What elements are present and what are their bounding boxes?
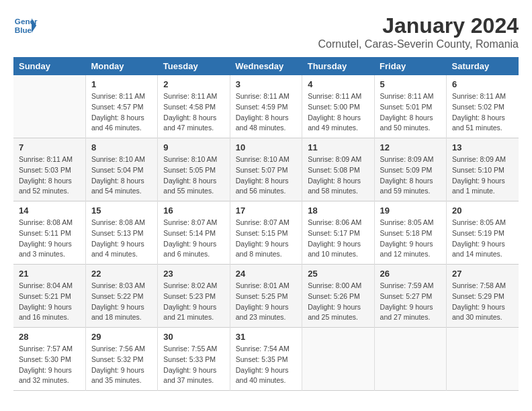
calendar-cell: 17Sunrise: 8:07 AM Sunset: 5:15 PM Dayli…	[230, 201, 302, 265]
day-info: Sunrise: 8:11 AM Sunset: 4:57 PM Dayligh…	[91, 91, 152, 134]
day-header-sunday: Sunday	[13, 57, 85, 75]
calendar-cell: 21Sunrise: 8:04 AM Sunset: 5:21 PM Dayli…	[13, 265, 85, 328]
logo: General Blue	[13, 13, 38, 38]
month-title: January 2024	[318, 13, 519, 38]
day-info: Sunrise: 8:04 AM Sunset: 5:21 PM Dayligh…	[19, 281, 80, 323]
day-number: 22	[91, 269, 152, 279]
calendar-cell	[13, 75, 85, 138]
day-info: Sunrise: 8:09 AM Sunset: 5:09 PM Dayligh…	[380, 154, 441, 197]
day-info: Sunrise: 8:06 AM Sunset: 5:17 PM Dayligh…	[308, 218, 368, 260]
calendar-cell: 19Sunrise: 8:05 AM Sunset: 5:18 PM Dayli…	[374, 201, 446, 265]
day-number: 3	[236, 79, 296, 89]
calendar-table: SundayMondayTuesdayWednesdayThursdayFrid…	[13, 57, 519, 391]
day-number: 2	[163, 79, 224, 89]
calendar-cell: 13Sunrise: 8:09 AM Sunset: 5:10 PM Dayli…	[447, 138, 519, 201]
calendar-cell: 2Sunrise: 8:11 AM Sunset: 4:58 PM Daylig…	[158, 75, 230, 138]
calendar-cell: 20Sunrise: 8:05 AM Sunset: 5:19 PM Dayli…	[447, 201, 519, 265]
day-number: 11	[308, 142, 368, 152]
calendar-cell: 6Sunrise: 8:11 AM Sunset: 5:02 PM Daylig…	[447, 75, 519, 138]
page-header: General Blue January 2024 Cornutel, Cara…	[13, 13, 519, 50]
day-number: 4	[308, 79, 368, 89]
day-header-wednesday: Wednesday	[230, 57, 302, 75]
day-number: 18	[308, 205, 368, 216]
day-info: Sunrise: 8:01 AM Sunset: 5:25 PM Dayligh…	[236, 281, 296, 323]
day-info: Sunrise: 7:55 AM Sunset: 5:33 PM Dayligh…	[163, 344, 224, 386]
day-number: 17	[236, 205, 296, 216]
location-subtitle: Cornutel, Caras-Severin County, Romania	[318, 38, 519, 50]
calendar-cell: 26Sunrise: 7:59 AM Sunset: 5:27 PM Dayli…	[374, 265, 446, 328]
calendar-cell: 22Sunrise: 8:03 AM Sunset: 5:22 PM Dayli…	[85, 265, 157, 328]
calendar-cell	[447, 328, 519, 391]
day-header-saturday: Saturday	[447, 57, 519, 75]
day-number: 8	[91, 142, 152, 152]
calendar-cell: 9Sunrise: 8:10 AM Sunset: 5:05 PM Daylig…	[158, 138, 230, 201]
calendar-cell: 24Sunrise: 8:01 AM Sunset: 5:25 PM Dayli…	[230, 265, 302, 328]
day-info: Sunrise: 8:05 AM Sunset: 5:18 PM Dayligh…	[380, 218, 441, 260]
logo-icon: General Blue	[13, 13, 38, 38]
calendar-cell: 16Sunrise: 8:07 AM Sunset: 5:14 PM Dayli…	[158, 201, 230, 265]
day-info: Sunrise: 7:58 AM Sunset: 5:29 PM Dayligh…	[452, 281, 513, 323]
day-number: 31	[236, 332, 296, 342]
day-info: Sunrise: 8:11 AM Sunset: 5:00 PM Dayligh…	[308, 91, 368, 134]
day-number: 25	[308, 269, 368, 279]
calendar-cell: 1Sunrise: 8:11 AM Sunset: 4:57 PM Daylig…	[85, 75, 157, 138]
day-number: 20	[452, 205, 513, 216]
day-number: 21	[19, 269, 80, 279]
day-info: Sunrise: 8:11 AM Sunset: 4:59 PM Dayligh…	[236, 91, 296, 134]
day-info: Sunrise: 8:02 AM Sunset: 5:23 PM Dayligh…	[163, 281, 224, 323]
calendar-cell: 3Sunrise: 8:11 AM Sunset: 4:59 PM Daylig…	[230, 75, 302, 138]
day-number: 27	[452, 269, 513, 279]
day-number: 19	[380, 205, 441, 216]
week-row: 7Sunrise: 8:11 AM Sunset: 5:03 PM Daylig…	[13, 138, 519, 201]
svg-text:Blue: Blue	[15, 26, 32, 34]
calendar-cell: 30Sunrise: 7:55 AM Sunset: 5:33 PM Dayli…	[158, 328, 230, 391]
day-info: Sunrise: 8:07 AM Sunset: 5:14 PM Dayligh…	[163, 218, 224, 260]
calendar-cell: 31Sunrise: 7:54 AM Sunset: 5:35 PM Dayli…	[230, 328, 302, 391]
day-info: Sunrise: 8:09 AM Sunset: 5:10 PM Dayligh…	[452, 154, 513, 197]
day-info: Sunrise: 8:10 AM Sunset: 5:05 PM Dayligh…	[163, 154, 224, 197]
calendar-cell	[374, 328, 446, 391]
day-info: Sunrise: 8:08 AM Sunset: 5:11 PM Dayligh…	[19, 218, 80, 260]
day-number: 16	[163, 205, 224, 216]
day-number: 24	[236, 269, 296, 279]
calendar-cell: 10Sunrise: 8:10 AM Sunset: 5:07 PM Dayli…	[230, 138, 302, 201]
day-info: Sunrise: 7:56 AM Sunset: 5:32 PM Dayligh…	[91, 344, 152, 386]
calendar-cell: 23Sunrise: 8:02 AM Sunset: 5:23 PM Dayli…	[158, 265, 230, 328]
day-number: 12	[380, 142, 441, 152]
day-info: Sunrise: 8:11 AM Sunset: 5:03 PM Dayligh…	[19, 154, 80, 197]
day-number: 14	[19, 205, 80, 216]
day-number: 30	[163, 332, 224, 342]
day-number: 6	[452, 79, 513, 89]
day-info: Sunrise: 8:00 AM Sunset: 5:26 PM Dayligh…	[308, 281, 368, 323]
day-info: Sunrise: 8:10 AM Sunset: 5:07 PM Dayligh…	[236, 154, 296, 197]
day-info: Sunrise: 8:09 AM Sunset: 5:08 PM Dayligh…	[308, 154, 368, 197]
calendar-cell: 11Sunrise: 8:09 AM Sunset: 5:08 PM Dayli…	[302, 138, 374, 201]
week-row: 28Sunrise: 7:57 AM Sunset: 5:30 PM Dayli…	[13, 328, 519, 391]
week-row: 14Sunrise: 8:08 AM Sunset: 5:11 PM Dayli…	[13, 201, 519, 265]
calendar-cell: 7Sunrise: 8:11 AM Sunset: 5:03 PM Daylig…	[13, 138, 85, 201]
calendar-cell: 29Sunrise: 7:56 AM Sunset: 5:32 PM Dayli…	[85, 328, 157, 391]
week-row: 21Sunrise: 8:04 AM Sunset: 5:21 PM Dayli…	[13, 265, 519, 328]
day-number: 7	[19, 142, 80, 152]
day-number: 29	[91, 332, 152, 342]
calendar-cell: 14Sunrise: 8:08 AM Sunset: 5:11 PM Dayli…	[13, 201, 85, 265]
day-info: Sunrise: 7:59 AM Sunset: 5:27 PM Dayligh…	[380, 281, 441, 323]
title-area: January 2024 Cornutel, Caras-Severin Cou…	[318, 13, 519, 50]
calendar-cell	[302, 328, 374, 391]
calendar-cell: 5Sunrise: 8:11 AM Sunset: 5:01 PM Daylig…	[374, 75, 446, 138]
calendar-cell: 8Sunrise: 8:10 AM Sunset: 5:04 PM Daylig…	[85, 138, 157, 201]
week-row: 1Sunrise: 8:11 AM Sunset: 4:57 PM Daylig…	[13, 75, 519, 138]
day-number: 10	[236, 142, 296, 152]
day-header-monday: Monday	[85, 57, 157, 75]
day-header-thursday: Thursday	[302, 57, 374, 75]
header-row: SundayMondayTuesdayWednesdayThursdayFrid…	[13, 57, 519, 75]
calendar-cell: 27Sunrise: 7:58 AM Sunset: 5:29 PM Dayli…	[447, 265, 519, 328]
day-number: 1	[91, 79, 152, 89]
day-header-tuesday: Tuesday	[158, 57, 230, 75]
day-info: Sunrise: 8:11 AM Sunset: 4:58 PM Dayligh…	[163, 91, 224, 134]
calendar-cell: 12Sunrise: 8:09 AM Sunset: 5:09 PM Dayli…	[374, 138, 446, 201]
day-info: Sunrise: 8:10 AM Sunset: 5:04 PM Dayligh…	[91, 154, 152, 197]
day-info: Sunrise: 8:11 AM Sunset: 5:02 PM Dayligh…	[452, 91, 513, 134]
day-number: 23	[163, 269, 224, 279]
day-number: 9	[163, 142, 224, 152]
